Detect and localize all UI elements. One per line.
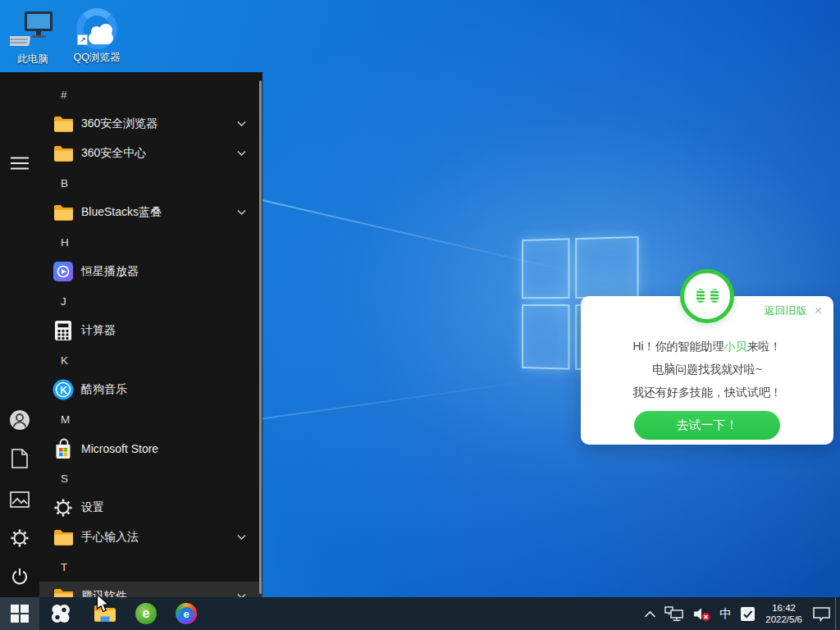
security-check-icon [740, 606, 756, 622]
app-label: 360安全浏览器 [81, 116, 158, 131]
this-pc-icon [5, 7, 61, 51]
chevron-down-icon[interactable] [237, 210, 246, 216]
start-menu-scrollbar[interactable] [259, 80, 262, 594]
start-menu-app-item[interactable]: 设置 [39, 493, 262, 523]
start-menu-app-list: #360安全浏览器360安全中心BBlueStacks蓝叠H恒星播放器J计算器K… [39, 72, 262, 597]
folder-icon [53, 588, 73, 597]
taskbar-browser-button[interactable]: e [167, 597, 206, 630]
pictures-button[interactable] [0, 483, 39, 516]
taskbar-file-explorer-button[interactable] [85, 597, 125, 630]
tray-show-hidden-icons[interactable] [640, 597, 660, 630]
start-menu-app-item[interactable]: K酷狗音乐 [39, 375, 262, 404]
user-avatar-icon [9, 409, 30, 431]
chevron-down-icon[interactable] [237, 121, 246, 127]
assistant-mascot-icon [680, 269, 734, 323]
action-center-icon [812, 606, 831, 622]
popup-message-line3: 我还有好多技能，快试试吧！ [581, 381, 833, 404]
settings-button[interactable] [0, 522, 39, 555]
start-menu-section-header[interactable]: K [39, 345, 262, 375]
desktop-icon-label: QQ浏览器 [69, 51, 125, 65]
start-menu-section-header[interactable]: B [39, 168, 262, 198]
start-button[interactable] [0, 597, 39, 630]
taskbar-360-browser-button[interactable]: e [126, 597, 166, 630]
start-menu-app-item[interactable]: 手心输入法 [39, 523, 262, 552]
folder-icon [53, 145, 73, 162]
app-label: 计算器 [81, 323, 116, 338]
start-menu: #360安全浏览器360安全中心BBlueStacks蓝叠H恒星播放器J计算器K… [0, 72, 262, 597]
tray-clock[interactable]: 16:42 2022/5/6 [760, 602, 808, 626]
360-browser-icon: e [135, 603, 157, 624]
start-menu-section-header[interactable]: H [39, 227, 262, 257]
ethernet-network-icon [664, 606, 684, 622]
microsoft-store-icon [53, 438, 73, 459]
sogou-pinwheel-icon [49, 602, 72, 625]
desktop-icon-this-pc[interactable]: 此电脑 [5, 7, 61, 66]
start-menu-section-header[interactable]: M [39, 404, 262, 434]
media-player-icon [53, 262, 73, 281]
start-menu-section-header[interactable]: T [39, 552, 262, 582]
power-button[interactable] [0, 560, 39, 593]
gear-icon [53, 498, 73, 518]
app-label: Microsoft Store [81, 442, 158, 455]
folder-icon [53, 529, 73, 546]
hamburger-menu-button[interactable] [0, 147, 39, 180]
tray-ime-indicator[interactable]: 中 [715, 597, 736, 630]
start-menu-rail [0, 72, 39, 597]
chevron-down-icon[interactable] [237, 151, 246, 157]
clock-date: 2022/5/6 [765, 614, 802, 625]
try-it-button[interactable]: 去试一下！ [634, 411, 780, 440]
document-icon [11, 449, 28, 468]
app-label: 腾讯软件 [81, 589, 127, 597]
desktop-icon-label: 此电脑 [5, 52, 61, 66]
windows-start-icon [11, 605, 29, 623]
start-menu-section-header[interactable]: # [39, 80, 262, 109]
taskbar: e e [0, 597, 840, 630]
user-account-button[interactable] [0, 404, 39, 436]
start-menu-app-item[interactable]: 360安全中心 [39, 139, 262, 168]
start-menu-app-item[interactable]: 计算器 [39, 316, 262, 345]
pictures-icon [10, 491, 30, 508]
tray-volume-muted[interactable] [688, 597, 715, 630]
start-menu-app-item[interactable]: BlueStacks蓝叠 [39, 198, 262, 227]
system-tray: 中 16:42 2022/5/6 [640, 597, 840, 630]
app-label: 手心输入法 [81, 530, 139, 545]
folder-icon [53, 204, 73, 221]
close-icon[interactable]: × [815, 304, 822, 317]
popup-message-line2: 电脑问题找我就对啦~ [581, 358, 833, 381]
show-desktop-button[interactable] [835, 597, 840, 630]
taskbar-sogou-button[interactable] [41, 597, 80, 630]
folder-icon [53, 116, 73, 132]
volume-muted-icon [692, 606, 711, 622]
assistant-popup: 返回旧版 × Hi！你的智能助理小贝来啦！ 电脑问题找我就对啦~ 我还有好多技能… [581, 296, 833, 445]
start-menu-app-item[interactable]: 360安全浏览器 [39, 109, 262, 139]
popup-message-line1: Hi！你的智能助理小贝来啦！ [581, 335, 833, 358]
hamburger-icon [11, 157, 29, 170]
tray-network[interactable] [660, 597, 688, 630]
tray-security-shield[interactable] [736, 597, 760, 630]
start-menu-app-item[interactable]: Microsoft Store [39, 434, 262, 463]
chevron-up-icon [644, 610, 656, 618]
qq-browser-icon: ↗ [69, 5, 125, 49]
kugou-music-icon: K [52, 379, 74, 400]
app-label: 酷狗音乐 [81, 382, 127, 397]
browser-e-icon: e [176, 603, 197, 624]
start-menu-section-header[interactable]: S [39, 463, 262, 493]
start-menu-app-item[interactable]: 腾讯软件 [39, 582, 262, 597]
power-icon [11, 568, 29, 586]
screen: 此电脑 ↗ QQ浏览器 返回旧版 × Hi！你的智能助理小贝来啦！ 电脑问题找我… [0, 0, 840, 630]
calculator-icon [54, 320, 72, 341]
clock-time: 16:42 [765, 602, 802, 614]
shortcut-arrow-icon: ↗ [77, 34, 88, 45]
documents-button[interactable] [0, 442, 39, 475]
desktop-icon-qq-browser[interactable]: ↗ QQ浏览器 [69, 5, 125, 65]
chevron-down-icon[interactable] [237, 535, 246, 541]
gear-icon [10, 528, 30, 548]
app-label: 恒星播放器 [81, 264, 139, 279]
action-center-button[interactable] [808, 597, 835, 630]
file-explorer-icon [94, 604, 116, 623]
app-label: 360安全中心 [81, 146, 146, 161]
start-menu-app-item[interactable]: 恒星播放器 [39, 257, 262, 286]
start-menu-section-header[interactable]: J [39, 286, 262, 316]
svg-text:K: K [60, 385, 67, 396]
back-to-old-version-link[interactable]: 返回旧版 [765, 304, 807, 318]
